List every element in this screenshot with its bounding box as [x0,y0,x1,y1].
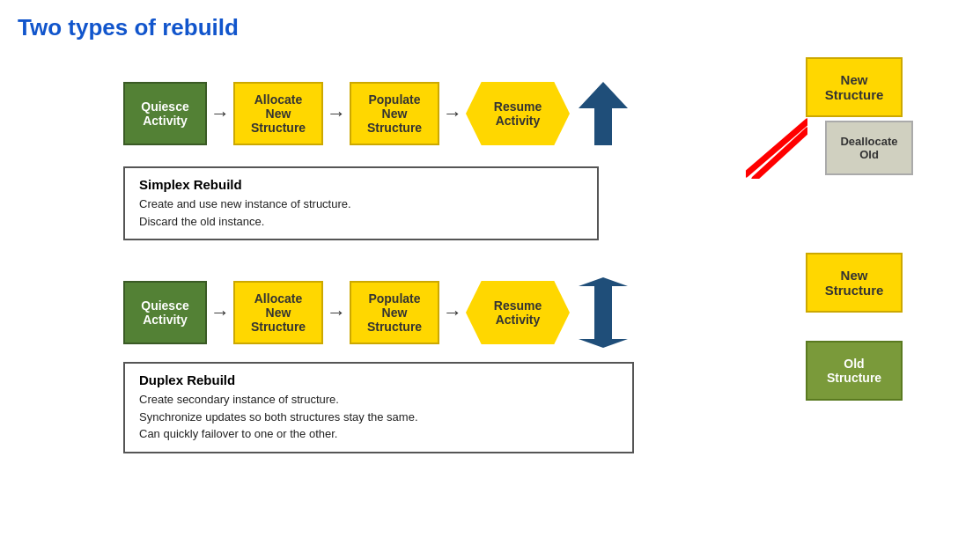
simplex-section: QuiesceActivity → AllocateNewStructure →… [18,57,955,242]
simplex-resume-label: ResumeActivity [494,99,542,128]
simplex-allocate-label: AllocateNewStructure [251,92,306,135]
duplex-blue-arrow-area [579,277,628,348]
duplex-quiesce-label: QuiesceActivity [141,298,188,327]
simplex-desc-text: Create and use new instance of structure… [139,195,583,230]
simplex-quiesce-label: QuiesceActivity [141,99,188,128]
duplex-resume-box: ResumeActivity [466,281,570,344]
simplex-new-structure-label: NewStructure [825,72,884,102]
simplex-desc-box: Simplex Rebuild Create and use new insta… [123,166,599,240]
simplex-populate-label: PopulateNewStructure [367,92,422,135]
svg-marker-4 [579,277,628,314]
simplex-flow: QuiesceActivity → AllocateNewStructure →… [123,82,628,145]
simplex-allocate-box: AllocateNewStructure [233,82,323,145]
arrow2: → [327,102,346,125]
duplex-arrow1: → [210,301,230,324]
duplex-flow: QuiesceActivity → AllocateNewStructure →… [123,277,628,348]
main-container: { "title": "Two types of rebuild", "simp… [0,0,973,560]
simplex-strikethrough-icon [746,117,807,179]
simplex-blue-arrow-area [579,82,628,145]
simplex-deallocate-label: DeallocateOld [840,135,897,161]
duplex-quiesce-box: QuiesceActivity [123,281,207,344]
duplex-desc-text: Create secondary instance of structure. … [139,391,618,443]
simplex-desc-title: Simplex Rebuild [139,177,583,192]
duplex-section: QuiesceActivity → AllocateNewStructure →… [18,253,955,464]
page-title: Two types of rebuild [18,14,955,41]
svg-line-2 [746,122,807,174]
duplex-arrow3: → [443,301,462,324]
simplex-up-arrow-icon [579,82,628,145]
duplex-desc-box: Duplex Rebuild Create secondary instance… [123,362,634,453]
svg-line-3 [755,130,807,179]
duplex-old-structure-label: OldStructure [827,357,881,385]
simplex-resume-box: ResumeActivity [466,82,570,145]
simplex-new-structure-box: NewStructure [806,57,903,117]
duplex-desc-title: Duplex Rebuild [139,372,618,387]
simplex-deallocate-box: DeallocateOld [825,121,913,175]
duplex-resume-label: ResumeActivity [494,298,542,327]
duplex-populate-label: PopulateNewStructure [367,291,422,334]
duplex-updown-arrow-icon [579,277,628,348]
duplex-populate-box: PopulateNewStructure [350,281,439,344]
duplex-old-structure-box: OldStructure [806,341,903,401]
duplex-new-structure-box: NewStructure [806,253,903,313]
duplex-allocate-box: AllocateNewStructure [233,281,323,344]
simplex-cross-icon [746,117,807,179]
simplex-populate-box: PopulateNewStructure [350,82,439,145]
duplex-allocate-label: AllocateNewStructure [251,291,306,334]
simplex-quiesce-box: QuiesceActivity [123,82,207,145]
arrow1: → [210,102,230,125]
duplex-new-structure-label: NewStructure [825,268,884,298]
arrow3: → [443,102,462,125]
duplex-arrow2: → [327,301,346,324]
svg-marker-5 [579,311,628,348]
svg-marker-1 [579,82,628,145]
